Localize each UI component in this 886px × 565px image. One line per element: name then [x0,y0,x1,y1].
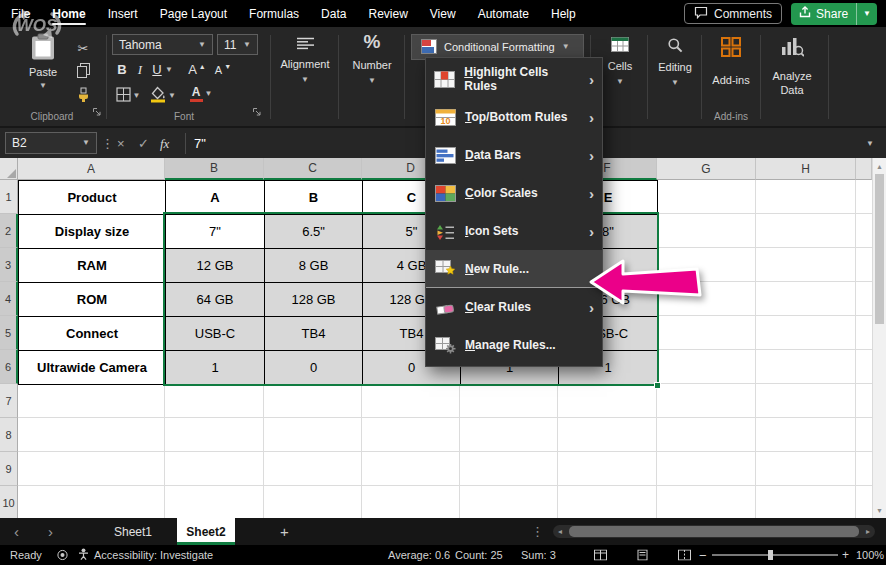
italic-button[interactable]: I [133,60,147,79]
menu-item-color-scales[interactable]: Color Scales › [426,174,602,212]
menu-item-manage-rules[interactable]: Manage Rules... [426,326,602,364]
row-header-9[interactable]: 9 [0,452,18,486]
expand-formula-bar-button[interactable]: ▼ [866,128,874,159]
format-painter-button[interactable] [72,86,94,106]
number-group-button[interactable]: % Number ▼ [344,31,400,85]
menu-item-highlight-cells-rules[interactable]: Highlight Cells Rules › [426,60,602,98]
name-box[interactable]: B2 ▼ [5,132,97,154]
menu-item-icon-sets[interactable]: Icon Sets › [426,212,602,250]
menu-tab-view[interactable]: View [419,0,467,27]
page-break-view-button[interactable] [678,550,691,561]
cell-B5[interactable]: USB-C [166,317,265,351]
sheet-tab-sheet2[interactable]: Sheet2 [177,518,235,545]
macro-record-icon[interactable] [57,550,68,561]
normal-view-button[interactable] [594,550,607,561]
borders-button[interactable]: ▼ [114,86,142,105]
vertical-scrollbar[interactable]: ▲ ▼ [872,158,886,518]
analyze-data-button[interactable]: Analyze Data [763,36,821,98]
sheet-tab-sheet1[interactable]: Sheet1 [95,518,171,545]
menu-tab-review[interactable]: Review [357,0,418,27]
cell-C2[interactable]: 6.5" [265,215,363,249]
cell-B4[interactable]: 64 GB [166,283,265,317]
share-dropdown-caret[interactable]: ▼ [856,3,877,25]
menu-tab-page-layout[interactable]: Page Layout [149,0,238,27]
add-ins-button[interactable]: Add-ins [704,36,758,86]
font-size-select[interactable]: 11 ▼ [217,34,258,55]
cell-C5[interactable]: TB4 [265,317,363,351]
zoom-level[interactable]: 100% [856,549,884,561]
column-header-C[interactable]: C [264,158,362,180]
editing-group-button[interactable]: Editing ▼ [651,37,699,87]
bold-button[interactable]: B [114,60,130,79]
comments-button[interactable]: Comments [684,3,782,24]
menu-item-data-bars[interactable]: Data Bars › [426,136,602,174]
insert-function-button[interactable]: fx [160,128,169,159]
column-header-G[interactable]: G [657,158,756,180]
horizontal-scroll-thumb[interactable] [569,526,859,537]
menu-tab-data[interactable]: Data [310,0,357,27]
row-header-6[interactable]: 6 [0,350,18,384]
cell-B3[interactable]: 12 GB [166,249,265,283]
cell-A6[interactable]: Ultrawide Camera [19,351,166,385]
fill-handle[interactable] [654,382,661,389]
accessibility-status[interactable]: Accessibility: Investigate [78,548,213,562]
page-layout-view-button[interactable] [636,550,649,561]
cell-A3[interactable]: RAM [19,249,166,283]
formula-input[interactable]: 7" [194,128,206,159]
cell-C1[interactable]: B [265,181,363,215]
zoom-in-button[interactable]: + [842,548,849,562]
zoom-out-button[interactable]: − [699,548,707,563]
menu-tab-help[interactable]: Help [540,0,587,27]
new-sheet-button[interactable]: + [280,518,289,545]
cell-C3[interactable]: 8 GB [265,249,363,283]
vertical-scroll-thumb[interactable] [875,174,884,324]
cell-B2[interactable]: 7" [166,215,265,249]
cell-A2[interactable]: Display size [19,215,166,249]
fill-color-button[interactable]: ▼ [148,86,178,105]
underline-button[interactable]: U [150,60,164,79]
decrease-font-size-button[interactable]: A▼ [213,60,233,79]
font-color-button[interactable]: A ▼ [186,84,216,103]
cell-A4[interactable]: ROM [19,283,166,317]
cut-button[interactable]: ✂ [72,38,94,58]
row-header-7[interactable]: 7 [0,384,18,418]
column-header-H[interactable]: H [756,158,856,180]
menu-tab-insert[interactable]: Insert [97,0,149,27]
row-header-8[interactable]: 8 [0,418,18,452]
cell-C6[interactable]: 0 [265,351,363,385]
horizontal-scrollbar[interactable]: ◂ ▸ [553,525,875,538]
next-sheet-button[interactable]: › [48,518,53,545]
increase-font-size-button[interactable]: A▲ [187,60,207,79]
menu-tab-home[interactable]: Home [41,0,96,27]
paste-button[interactable]: Paste ▼ [20,33,66,105]
menu-tab-automate[interactable]: Automate [467,0,540,27]
menu-item-top-bottom-rules[interactable]: 10 Top/Bottom Rules › [426,98,602,136]
cell-A1[interactable]: Product [19,181,166,215]
row-header-5[interactable]: 5 [0,316,18,350]
copy-button[interactable] [72,62,94,82]
row-header-3[interactable]: 3 [0,248,18,282]
font-name-select[interactable]: Tahoma ▼ [112,34,213,55]
menu-item-new-rule[interactable]: New Rule... [426,250,602,288]
cell-B1[interactable]: A [166,181,265,215]
cell-C4[interactable]: 128 GB [265,283,363,317]
cell-A5[interactable]: Connect [19,317,166,351]
scroll-left-icon[interactable]: ◂ [558,525,562,538]
menu-tab-formulas[interactable]: Formulas [238,0,310,27]
scroll-down-icon[interactable]: ▼ [873,503,886,517]
alignment-group-button[interactable]: Alignment ▼ [276,37,334,84]
scroll-right-icon[interactable]: ▸ [866,525,870,538]
zoom-slider-thumb[interactable] [768,550,773,560]
zoom-slider[interactable] [712,554,838,556]
underline-dropdown[interactable]: ▼ [164,60,174,79]
enter-button[interactable]: ✓ [138,128,149,159]
row-header-4[interactable]: 4 [0,282,18,316]
menu-tab-file[interactable]: File [0,0,41,27]
previous-sheet-button[interactable]: ‹ [14,518,19,545]
column-header-partial[interactable] [856,158,872,180]
share-button[interactable]: Share ▼ [791,3,877,25]
row-header-1[interactable]: 1 [0,180,18,214]
cell-B6[interactable]: 1 [166,351,265,385]
more-options-dots-icon[interactable]: ⋮ [531,518,544,545]
clipboard-dialog-launcher[interactable] [92,103,102,121]
